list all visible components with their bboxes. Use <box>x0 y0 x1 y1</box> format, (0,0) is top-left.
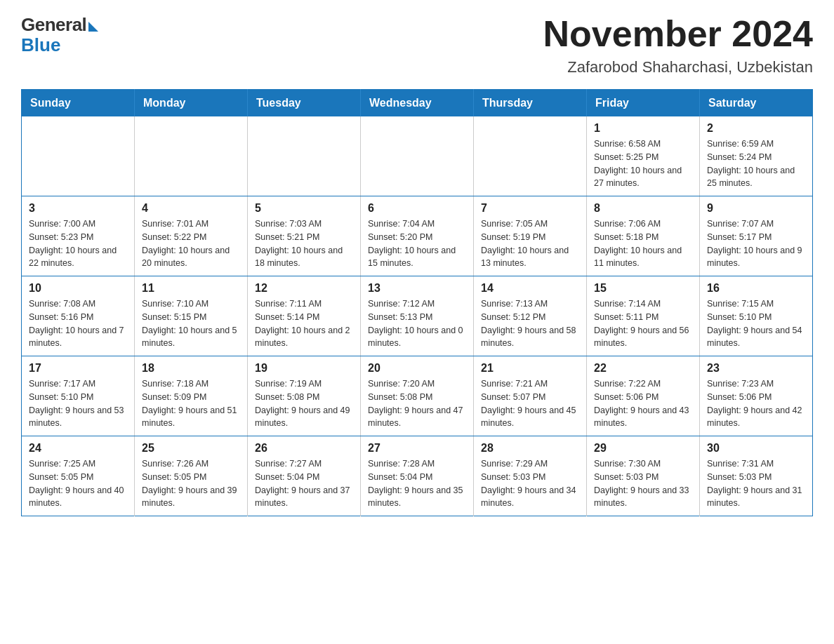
day-info: Sunrise: 7:29 AM Sunset: 5:03 PM Dayligh… <box>481 457 579 510</box>
calendar-cell: 20Sunrise: 7:20 AM Sunset: 5:08 PM Dayli… <box>361 356 474 436</box>
calendar-cell: 14Sunrise: 7:13 AM Sunset: 5:12 PM Dayli… <box>474 276 587 356</box>
day-info: Sunrise: 7:20 AM Sunset: 5:08 PM Dayligh… <box>368 377 466 430</box>
calendar-cell: 27Sunrise: 7:28 AM Sunset: 5:04 PM Dayli… <box>361 436 474 516</box>
calendar-cell: 3Sunrise: 7:00 AM Sunset: 5:23 PM Daylig… <box>22 196 135 276</box>
calendar-cell: 10Sunrise: 7:08 AM Sunset: 5:16 PM Dayli… <box>22 276 135 356</box>
day-number: 20 <box>368 362 466 375</box>
day-info: Sunrise: 7:08 AM Sunset: 5:16 PM Dayligh… <box>29 297 127 350</box>
weekday-header-wednesday: Wednesday <box>361 90 474 117</box>
day-info: Sunrise: 7:19 AM Sunset: 5:08 PM Dayligh… <box>255 377 353 430</box>
calendar-cell: 22Sunrise: 7:22 AM Sunset: 5:06 PM Dayli… <box>587 356 700 436</box>
weekday-header-sunday: Sunday <box>22 90 135 117</box>
calendar-cell: 30Sunrise: 7:31 AM Sunset: 5:03 PM Dayli… <box>700 436 813 516</box>
day-number: 7 <box>481 202 579 215</box>
day-number: 25 <box>142 442 240 455</box>
title-area: November 2024 Zafarobod Shaharchasi, Uzb… <box>543 14 813 76</box>
calendar-cell: 11Sunrise: 7:10 AM Sunset: 5:15 PM Dayli… <box>135 276 248 356</box>
day-info: Sunrise: 7:14 AM Sunset: 5:11 PM Dayligh… <box>594 297 692 350</box>
calendar-cell: 1Sunrise: 6:58 AM Sunset: 5:25 PM Daylig… <box>587 116 700 196</box>
day-info: Sunrise: 7:03 AM Sunset: 5:21 PM Dayligh… <box>255 217 353 270</box>
day-info: Sunrise: 7:12 AM Sunset: 5:13 PM Dayligh… <box>368 297 466 350</box>
day-number: 26 <box>255 442 353 455</box>
day-info: Sunrise: 7:18 AM Sunset: 5:09 PM Dayligh… <box>142 377 240 430</box>
day-number: 4 <box>142 202 240 215</box>
day-info: Sunrise: 7:01 AM Sunset: 5:22 PM Dayligh… <box>142 217 240 270</box>
day-number: 1 <box>594 122 692 135</box>
day-number: 22 <box>594 362 692 375</box>
day-number: 9 <box>707 202 805 215</box>
logo-triangle-icon <box>88 22 98 32</box>
calendar-cell: 21Sunrise: 7:21 AM Sunset: 5:07 PM Dayli… <box>474 356 587 436</box>
calendar-cell: 16Sunrise: 7:15 AM Sunset: 5:10 PM Dayli… <box>700 276 813 356</box>
day-number: 28 <box>481 442 579 455</box>
weekday-header-friday: Friday <box>587 90 700 117</box>
day-info: Sunrise: 7:05 AM Sunset: 5:19 PM Dayligh… <box>481 217 579 270</box>
weekday-header-saturday: Saturday <box>700 90 813 117</box>
day-info: Sunrise: 7:25 AM Sunset: 5:05 PM Dayligh… <box>29 457 127 510</box>
day-number: 23 <box>707 362 805 375</box>
weekday-header-tuesday: Tuesday <box>248 90 361 117</box>
day-number: 18 <box>142 362 240 375</box>
day-number: 6 <box>368 202 466 215</box>
location-title: Zafarobod Shaharchasi, Uzbekistan <box>543 58 813 76</box>
day-number: 12 <box>255 282 353 295</box>
month-title: November 2024 <box>543 14 813 54</box>
calendar-cell <box>361 116 474 196</box>
day-info: Sunrise: 7:00 AM Sunset: 5:23 PM Dayligh… <box>29 217 127 270</box>
day-info: Sunrise: 7:27 AM Sunset: 5:04 PM Dayligh… <box>255 457 353 510</box>
calendar-cell: 7Sunrise: 7:05 AM Sunset: 5:19 PM Daylig… <box>474 196 587 276</box>
day-number: 27 <box>368 442 466 455</box>
weekday-header-row: SundayMondayTuesdayWednesdayThursdayFrid… <box>22 90 813 117</box>
calendar-cell: 18Sunrise: 7:18 AM Sunset: 5:09 PM Dayli… <box>135 356 248 436</box>
day-info: Sunrise: 7:30 AM Sunset: 5:03 PM Dayligh… <box>594 457 692 510</box>
calendar-cell <box>135 116 248 196</box>
calendar-cell <box>248 116 361 196</box>
calendar-cell: 23Sunrise: 7:23 AM Sunset: 5:06 PM Dayli… <box>700 356 813 436</box>
calendar-cell <box>474 116 587 196</box>
day-number: 15 <box>594 282 692 295</box>
day-info: Sunrise: 7:28 AM Sunset: 5:04 PM Dayligh… <box>368 457 466 510</box>
day-info: Sunrise: 6:59 AM Sunset: 5:24 PM Dayligh… <box>707 137 805 190</box>
day-info: Sunrise: 6:58 AM Sunset: 5:25 PM Dayligh… <box>594 137 692 190</box>
calendar-cell: 5Sunrise: 7:03 AM Sunset: 5:21 PM Daylig… <box>248 196 361 276</box>
day-info: Sunrise: 7:17 AM Sunset: 5:10 PM Dayligh… <box>29 377 127 430</box>
day-info: Sunrise: 7:06 AM Sunset: 5:18 PM Dayligh… <box>594 217 692 270</box>
day-number: 19 <box>255 362 353 375</box>
weekday-header-monday: Monday <box>135 90 248 117</box>
calendar-cell: 25Sunrise: 7:26 AM Sunset: 5:05 PM Dayli… <box>135 436 248 516</box>
day-info: Sunrise: 7:26 AM Sunset: 5:05 PM Dayligh… <box>142 457 240 510</box>
calendar-cell: 15Sunrise: 7:14 AM Sunset: 5:11 PM Dayli… <box>587 276 700 356</box>
day-number: 21 <box>481 362 579 375</box>
page-header: General Blue November 2024 Zafarobod Sha… <box>21 14 813 76</box>
day-number: 29 <box>594 442 692 455</box>
calendar-cell: 13Sunrise: 7:12 AM Sunset: 5:13 PM Dayli… <box>361 276 474 356</box>
calendar-cell: 8Sunrise: 7:06 AM Sunset: 5:18 PM Daylig… <box>587 196 700 276</box>
weekday-header-thursday: Thursday <box>474 90 587 117</box>
day-info: Sunrise: 7:11 AM Sunset: 5:14 PM Dayligh… <box>255 297 353 350</box>
day-info: Sunrise: 7:21 AM Sunset: 5:07 PM Dayligh… <box>481 377 579 430</box>
day-info: Sunrise: 7:13 AM Sunset: 5:12 PM Dayligh… <box>481 297 579 350</box>
calendar-week-row: 10Sunrise: 7:08 AM Sunset: 5:16 PM Dayli… <box>22 276 813 356</box>
day-info: Sunrise: 7:04 AM Sunset: 5:20 PM Dayligh… <box>368 217 466 270</box>
calendar-cell: 9Sunrise: 7:07 AM Sunset: 5:17 PM Daylig… <box>700 196 813 276</box>
calendar-week-row: 3Sunrise: 7:00 AM Sunset: 5:23 PM Daylig… <box>22 196 813 276</box>
day-number: 5 <box>255 202 353 215</box>
calendar-week-row: 1Sunrise: 6:58 AM Sunset: 5:25 PM Daylig… <box>22 116 813 196</box>
day-number: 10 <box>29 282 127 295</box>
calendar-table: SundayMondayTuesdayWednesdayThursdayFrid… <box>21 89 813 516</box>
day-info: Sunrise: 7:22 AM Sunset: 5:06 PM Dayligh… <box>594 377 692 430</box>
calendar-cell: 28Sunrise: 7:29 AM Sunset: 5:03 PM Dayli… <box>474 436 587 516</box>
calendar-cell: 17Sunrise: 7:17 AM Sunset: 5:10 PM Dayli… <box>22 356 135 436</box>
day-info: Sunrise: 7:31 AM Sunset: 5:03 PM Dayligh… <box>707 457 805 510</box>
calendar-cell <box>22 116 135 196</box>
day-number: 3 <box>29 202 127 215</box>
day-number: 2 <box>707 122 805 135</box>
calendar-cell: 19Sunrise: 7:19 AM Sunset: 5:08 PM Dayli… <box>248 356 361 436</box>
calendar-cell: 24Sunrise: 7:25 AM Sunset: 5:05 PM Dayli… <box>22 436 135 516</box>
calendar-cell: 29Sunrise: 7:30 AM Sunset: 5:03 PM Dayli… <box>587 436 700 516</box>
logo-general-text: General <box>21 14 86 36</box>
calendar-week-row: 17Sunrise: 7:17 AM Sunset: 5:10 PM Dayli… <box>22 356 813 436</box>
calendar-week-row: 24Sunrise: 7:25 AM Sunset: 5:05 PM Dayli… <box>22 436 813 516</box>
logo-blue-text: Blue <box>21 34 60 56</box>
day-info: Sunrise: 7:07 AM Sunset: 5:17 PM Dayligh… <box>707 217 805 270</box>
